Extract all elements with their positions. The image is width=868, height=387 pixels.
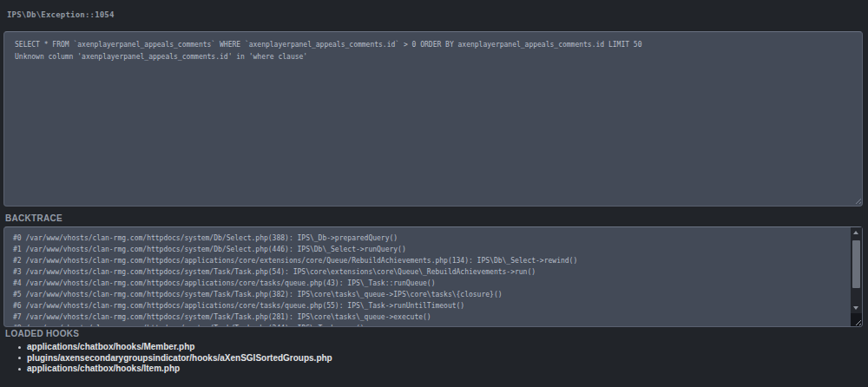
backtrace-line: #1 /var/www/vhosts/clan-rmg.com/httpdocs… [13, 244, 853, 255]
sql-error-line: SELECT * FROM `axenplayerpanel_appeals_c… [15, 39, 852, 51]
vertical-scrollbar[interactable] [851, 227, 862, 313]
scroll-up-button[interactable] [851, 227, 862, 239]
loaded-hook-item: applications/chatbox/hooks/Member.php [27, 342, 332, 353]
backtrace-line: #0 /var/www/vhosts/clan-rmg.com/httpdocs… [13, 233, 853, 244]
backtrace-line: #5 /var/www/vhosts/clan-rmg.com/httpdocs… [13, 289, 853, 300]
error-message-textarea[interactable]: SELECT * FROM `axenplayerpanel_appeals_c… [3, 31, 863, 207]
backtrace-line: #2 /var/www/vhosts/clan-rmg.com/httpdocs… [13, 255, 853, 266]
backtrace-textarea[interactable]: #0 /var/www/vhosts/clan-rmg.com/httpdocs… [3, 226, 863, 327]
sql-error-line: Unknown column 'axenplayerpanel_appeals_… [15, 51, 852, 63]
backtrace-line: #3 /var/www/vhosts/clan-rmg.com/httpdocs… [13, 266, 853, 278]
backtrace-line: #4 /var/www/vhosts/clan-rmg.com/httpdocs… [13, 278, 853, 289]
scroll-down-button[interactable] [851, 302, 862, 313]
triangle-down-icon [853, 306, 858, 310]
loaded-hook-item: applications/chatbox/hooks/Item.php [27, 364, 332, 375]
backtrace-line: #8 /var/www/vhosts/clan-rmg.com/httpdocs… [13, 323, 853, 327]
loaded-hooks-heading: LOADED HOOKS [5, 329, 79, 338]
exception-title: IPS\Db\Exception::1054 [7, 10, 115, 19]
triangle-up-icon [853, 231, 858, 234]
resize-grip-icon[interactable] [851, 313, 862, 326]
backtrace-line: #6 /var/www/vhosts/clan-rmg.com/httpdocs… [13, 300, 853, 312]
error-page: IPS\Db\Exception::1054 SELECT * FROM `ax… [0, 0, 868, 387]
loaded-hooks-list: applications/chatbox/hooks/Member.phpplu… [0, 342, 332, 375]
backtrace-heading: BACKTRACE [5, 213, 62, 223]
scrollbar-thumb[interactable] [852, 240, 860, 288]
loaded-hook-item: plugins/axensecondarygroupsindicator/hoo… [27, 353, 332, 364]
backtrace-line: #7 /var/www/vhosts/clan-rmg.com/httpdocs… [13, 312, 853, 323]
